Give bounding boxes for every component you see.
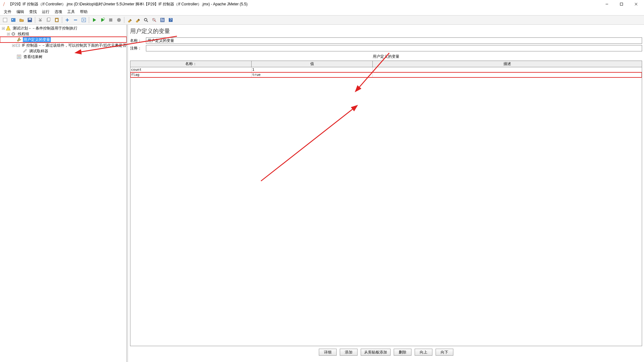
delete-button[interactable]: 删除	[394, 349, 411, 356]
svg-line-23	[147, 21, 148, 22]
close-button[interactable]	[629, 0, 643, 8]
twisty-icon[interactable]	[6, 32, 10, 36]
function-helper-icon[interactable]: fx	[159, 16, 166, 24]
tree-node-if-controller[interactable]: IF 控制器－－通过该组件，可以控制其下面的子/后代元素是否执行	[0, 43, 127, 48]
open-icon[interactable]	[18, 16, 25, 24]
tree-pane: 测试计划－－条件控制器用于控制执行 线程组 用户定义的变量 IF 控制器－－通过…	[0, 25, 127, 362]
svg-point-36	[13, 33, 14, 35]
new-icon[interactable]	[1, 16, 9, 24]
menu-help[interactable]: 帮助	[77, 9, 90, 15]
svg-point-22	[144, 18, 147, 21]
paste-icon[interactable]	[53, 16, 61, 24]
tree-label: 查看结果树	[23, 54, 43, 60]
col-header-name[interactable]: 名称：	[130, 61, 252, 67]
section-title: 用户定义的变量	[128, 52, 644, 61]
wrench-icon	[16, 37, 22, 42]
reset-search-icon[interactable]	[150, 16, 158, 24]
toolbar: fx ?	[0, 15, 644, 25]
test-plan-tree[interactable]: 测试计划－－条件控制器用于控制执行 线程组 用户定义的变量 IF 控制器－－通过…	[0, 25, 127, 60]
svg-rect-1	[620, 3, 623, 5]
tree-label: 用户定义的变量	[23, 37, 51, 43]
menu-file[interactable]: 文件	[1, 9, 14, 15]
svg-point-40	[16, 45, 17, 46]
svg-rect-10	[48, 18, 50, 21]
table-header: 名称： 值 描述	[130, 61, 642, 67]
panel-title: 用户定义的变量	[128, 25, 644, 37]
twisty-icon[interactable]	[1, 26, 5, 30]
minimize-button[interactable]	[600, 0, 614, 8]
svg-rect-4	[3, 18, 7, 22]
tree-label: 测试计划－－条件控制器用于控制执行	[12, 26, 78, 31]
tree-node-debug-sampler[interactable]: 调试取样器	[0, 48, 127, 54]
tree-node-view-results[interactable]: 查看结果树	[0, 54, 127, 60]
main-split: 测试计划－－条件控制器用于控制执行 线程组 用户定义的变量 IF 控制器－－通过…	[0, 25, 644, 362]
tree-node-user-vars[interactable]: 用户定义的变量	[0, 37, 127, 43]
maximize-button[interactable]	[614, 0, 629, 8]
menu-run[interactable]: 运行	[39, 9, 52, 15]
app-icon	[2, 2, 7, 7]
menu-edit[interactable]: 编辑	[14, 9, 27, 15]
name-label: 名称：	[130, 38, 144, 43]
cell-desc[interactable]	[373, 72, 642, 77]
svg-rect-6	[12, 19, 13, 20]
start-icon[interactable]	[90, 16, 98, 24]
tree-node-thread-group[interactable]: 线程组	[0, 31, 127, 37]
menu-tools[interactable]: 工具	[65, 9, 77, 15]
twisty-icon[interactable]	[12, 43, 15, 47]
comment-input[interactable]	[146, 45, 642, 51]
svg-point-19	[103, 18, 105, 20]
table-row[interactable]: flag true	[130, 72, 642, 77]
stop-icon[interactable]	[107, 16, 115, 24]
shutdown-icon[interactable]	[115, 16, 123, 24]
tree-label: 调试取样器	[29, 49, 49, 54]
collapse-icon[interactable]	[72, 16, 79, 24]
save-icon[interactable]	[26, 16, 34, 24]
col-header-value[interactable]: 值	[252, 61, 373, 67]
toggle-icon[interactable]	[80, 16, 88, 24]
beaker-icon	[6, 26, 11, 31]
copy-icon[interactable]	[45, 16, 52, 24]
svg-rect-39	[16, 44, 20, 47]
clear-icon[interactable]	[126, 16, 133, 24]
add-button[interactable]: 添加	[340, 349, 358, 356]
templates-icon[interactable]	[10, 16, 17, 24]
name-input[interactable]	[146, 37, 642, 44]
variables-table: 名称： 值 描述 count 1 flag true	[130, 61, 642, 346]
table-body[interactable]: count 1 flag true	[130, 67, 642, 346]
svg-point-41	[18, 45, 19, 46]
add-from-clipboard-button[interactable]: 从剪贴板添加	[361, 349, 391, 356]
svg-rect-12	[56, 19, 58, 21]
cell-name[interactable]: count	[130, 67, 252, 72]
up-button[interactable]: 向上	[415, 349, 432, 356]
expand-icon[interactable]	[63, 16, 71, 24]
comment-row: 注释：	[128, 44, 644, 52]
pipette-icon	[22, 49, 27, 54]
cut-icon[interactable]	[36, 16, 44, 24]
tree-node-test-plan[interactable]: 测试计划－－条件控制器用于控制执行	[0, 25, 127, 31]
help-icon[interactable]: ?	[167, 16, 174, 24]
menu-options[interactable]: 选项	[52, 9, 65, 15]
start-no-timers-icon[interactable]	[99, 16, 106, 24]
cell-value[interactable]: true	[252, 72, 373, 77]
tree-horizontal-scrollbar[interactable]	[0, 357, 127, 362]
window-title: 【P29】IF 控制器（If Controller）.jmx (D:\Deskt…	[8, 2, 600, 7]
down-button[interactable]: 向下	[436, 349, 453, 356]
cell-desc[interactable]	[373, 67, 642, 72]
cell-value[interactable]: 1	[252, 67, 373, 72]
editor-horizontal-scrollbar[interactable]	[128, 357, 644, 362]
cell-name[interactable]: flag	[130, 72, 252, 77]
svg-text:?: ?	[170, 18, 172, 22]
clear-all-icon[interactable]	[134, 16, 141, 24]
svg-rect-8	[29, 18, 31, 20]
search-icon[interactable]	[142, 16, 150, 24]
svg-rect-20	[109, 18, 112, 22]
svg-rect-5	[11, 18, 15, 22]
tree-label: IF 控制器－－通过该组件，可以控制其下面的子/后代元素是否执行	[21, 43, 127, 48]
svg-text:fx: fx	[161, 18, 164, 22]
menu-search[interactable]: 查找	[27, 9, 39, 15]
results-tree-icon	[16, 54, 22, 59]
table-row[interactable]: count 1	[130, 67, 642, 72]
detail-button[interactable]: 详细	[319, 349, 337, 356]
name-row: 名称：	[128, 37, 644, 44]
col-header-desc[interactable]: 描述	[373, 61, 642, 67]
